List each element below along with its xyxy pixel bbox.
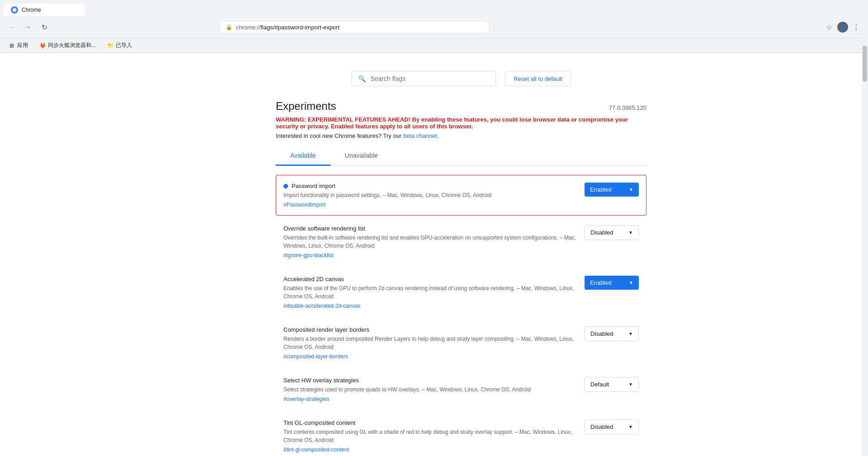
page-content: 🔍 Reset all to default Experiments 77.0.…	[185, 53, 683, 456]
bookmark-imported[interactable]: 📁 已导入	[104, 40, 135, 51]
chevron-down-icon: ▼	[628, 424, 633, 429]
search-icon: 🔍	[358, 75, 366, 82]
interest-end: .	[437, 132, 439, 139]
flag-link-composited-render[interactable]: #composited-layer-borders	[283, 353, 348, 360]
flag-item-accelerated-2d: Accelerated 2D canvas Enables the use of…	[276, 268, 646, 317]
apps-icon: ⊞	[8, 42, 15, 49]
flag-link-override-software[interactable]: #ignore-gpu-blacklist	[283, 252, 334, 259]
flag-info-hw-overlay: Select HW overlay strategies Select stra…	[283, 377, 577, 402]
interest-text: Interested in cool new Chrome features? …	[276, 132, 403, 139]
flag-select-password-import[interactable]: Enabled ▼	[585, 183, 639, 197]
flag-item-override-software: Override software rendering list Overrid…	[276, 217, 646, 266]
flag-select-composited-render[interactable]: Disabled ▼	[585, 326, 639, 341]
sync-icon: 🦊	[39, 42, 46, 49]
url-path: flags/#password-import-export	[260, 24, 340, 31]
flag-desc-override-software: Overrides the built-in software renderin…	[283, 234, 577, 250]
experiments-title-row: Experiments 77.0.3865.120	[276, 100, 646, 113]
tab-available[interactable]: Available	[276, 146, 330, 166]
chevron-down-icon: ▼	[628, 382, 633, 387]
chevron-down-icon: ▼	[628, 331, 633, 336]
flag-desc-accelerated-2d: Enables the use of the GPU to perform 2d…	[283, 284, 577, 301]
tabs: Available Unavailable	[276, 146, 646, 166]
tab-title: Chrome	[22, 7, 41, 13]
bookmark-imported-label: 已导入	[116, 42, 132, 49]
flag-desc-hw-overlay: Select strategies used to promote quads …	[283, 385, 577, 394]
omnibar: ← → ↻ 🔒 chrome://flags/#password-import-…	[0, 16, 868, 38]
beta-channel-link[interactable]: beta channel	[403, 132, 437, 139]
flag-info-tint-gl: Tint GL-composited content Tint contents…	[283, 419, 577, 453]
flags-list: Password import Import functionality in …	[276, 175, 646, 456]
search-area: 🔍 Reset all to default	[276, 71, 646, 86]
flag-item-hw-overlay: Select HW overlay strategies Select stra…	[276, 369, 646, 410]
address-text: chrome://flags/#password-import-export	[236, 24, 483, 31]
experiments-header: Experiments 77.0.3865.120 WARNING: EXPER…	[276, 100, 646, 139]
bookmark-apps[interactable]: ⊞ 应用	[5, 40, 31, 51]
flag-link-password-import[interactable]: #PasswordImport	[283, 202, 326, 208]
flag-title-password-import: Password import	[283, 183, 577, 189]
url-protocol: chrome://	[236, 24, 260, 31]
flag-select-override-software[interactable]: Disabled ▼	[585, 225, 639, 240]
flag-dropdown-composited-render: Disabled ▼	[585, 326, 639, 341]
flag-dropdown-password-import: Enabled ▼	[585, 183, 639, 197]
search-box-container: 🔍	[351, 71, 496, 86]
address-lock-icon: 🔒	[226, 24, 232, 30]
scrollbar[interactable]	[862, 0, 868, 456]
flag-title-composited-render: Composited render layer borders	[283, 326, 577, 333]
flag-desc-tint-gl: Tint contents composited using GL with a…	[283, 428, 577, 444]
scrollbar-thumb[interactable]	[863, 46, 867, 82]
flag-select-hw-overlay[interactable]: Default ▼	[585, 377, 639, 392]
flag-title-hw-overlay: Select HW overlay strategies	[283, 377, 577, 384]
active-tab[interactable]: Chrome	[4, 4, 85, 16]
flag-title-accelerated-2d: Accelerated 2D canvas	[283, 276, 577, 282]
back-button[interactable]: ←	[5, 21, 18, 33]
flag-select-tint-gl[interactable]: Disabled ▼	[585, 419, 639, 434]
bookmark-star-button[interactable]: ☆	[823, 21, 835, 33]
chevron-down-icon: ▼	[628, 230, 633, 235]
chevron-down-icon: ▼	[629, 187, 633, 192]
flag-info-password-import: Password import Import functionality in …	[283, 183, 577, 208]
flag-info-composited-render: Composited render layer borders Renders …	[283, 326, 577, 360]
flag-dropdown-override-software: Disabled ▼	[585, 225, 639, 240]
flag-desc-password-import: Import functionality in password setting…	[283, 191, 577, 199]
bookmark-sync-label: 同步火狐浏览器和...	[48, 42, 96, 49]
tab-unavailable[interactable]: Unavailable	[330, 146, 392, 166]
flag-link-accelerated-2d[interactable]: #disable-accelerated-2d-canvas	[283, 303, 360, 309]
version-text: 77.0.3865.120	[609, 104, 646, 111]
flag-item-composited-render: Composited render layer borders Renders …	[276, 319, 646, 367]
flag-link-tint-gl[interactable]: #tint-gl-composited-content	[283, 447, 349, 453]
flag-desc-composited-render: Renders a border around composited Rende…	[283, 335, 577, 351]
tab-favicon	[11, 6, 18, 14]
flag-title-override-software: Override software rendering list	[283, 225, 577, 232]
flag-info-override-software: Override software rendering list Overrid…	[283, 225, 577, 259]
folder-icon: 📁	[107, 42, 114, 49]
flag-item-password-import: Password import Import functionality in …	[276, 175, 646, 216]
reload-button[interactable]: ↻	[38, 21, 51, 33]
address-bar[interactable]: 🔒 chrome://flags/#password-import-export	[219, 21, 490, 34]
flag-dropdown-tint-gl: Disabled ▼	[585, 419, 639, 434]
flag-title-tint-gl: Tint GL-composited content	[283, 419, 577, 426]
browser-frame: Chrome ← → ↻ 🔒 chrome://flags/#password-…	[0, 0, 868, 53]
flag-info-accelerated-2d: Accelerated 2D canvas Enables the use of…	[283, 276, 577, 309]
reset-all-button[interactable]: Reset all to default	[505, 71, 571, 86]
chevron-down-icon: ▼	[629, 280, 633, 285]
search-input[interactable]	[370, 75, 489, 82]
menu-button[interactable]: ⋮	[850, 21, 863, 33]
bookmark-apps-label: 应用	[17, 42, 28, 49]
flag-dot	[283, 184, 288, 188]
bookmark-sync[interactable]: 🦊 同步火狐浏览器和...	[36, 40, 99, 51]
omnibar-right: ☆ 👤 ⋮	[823, 21, 863, 33]
experiments-title: Experiments	[276, 100, 336, 113]
flag-dropdown-accelerated-2d: Enabled ▼	[585, 276, 639, 290]
bookmarks-bar: ⊞ 应用 🦊 同步火狐浏览器和... 📁 已导入	[0, 38, 868, 53]
flag-link-hw-overlay[interactable]: #overlay-strategies	[283, 396, 329, 402]
avatar[interactable]: 👤	[837, 22, 848, 33]
flag-select-accelerated-2d[interactable]: Enabled ▼	[585, 276, 639, 290]
forward-button[interactable]: →	[22, 21, 34, 33]
flag-dropdown-hw-overlay: Default ▼	[585, 377, 639, 392]
flag-item-tint-gl: Tint GL-composited content Tint contents…	[276, 412, 646, 456]
warning-text: WARNING: EXPERIMENTAL FEATURES AHEAD! By…	[276, 116, 646, 130]
warning-bold: WARNING: EXPERIMENTAL FEATURES AHEAD!	[276, 116, 410, 123]
tab-bar: Chrome ← → ↻ 🔒 chrome://flags/#password-…	[0, 0, 868, 38]
info-text: Interested in cool new Chrome features? …	[276, 132, 646, 139]
